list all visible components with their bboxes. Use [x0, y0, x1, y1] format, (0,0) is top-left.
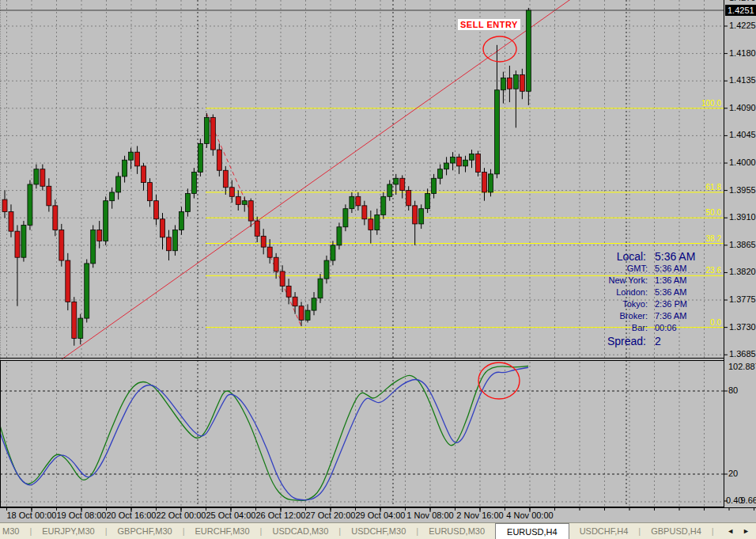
clock-value: 1:36 AM: [655, 275, 704, 285]
candle-body: [223, 170, 228, 188]
price-label: 1.3820: [729, 267, 756, 276]
fib-level-label: 100.0: [701, 99, 721, 108]
bid-price-tag: 1.4251: [725, 5, 756, 16]
tab-scrollers: ◄ ►: [724, 523, 756, 539]
date-label: 2 Nov 16:00: [456, 511, 503, 520]
date-label: 19 Oct 08:00: [57, 511, 107, 520]
candle-body: [513, 75, 518, 89]
candle-body: [123, 160, 127, 177]
candle-body: [280, 271, 285, 286]
candle-body: [166, 237, 171, 251]
market-clock-panel: Local:5:36 AMGMT:5:36 AMNew York:1:36 AM…: [554, 250, 704, 348]
candle-body: [142, 166, 146, 183]
tab-gbpchf-m30[interactable]: GBPCHF,M30: [108, 523, 183, 539]
clock-row: Tokyo:2:36 PM: [554, 299, 704, 311]
candle-body: [191, 173, 196, 194]
tab-gbpusd-h4[interactable]: GBPUSD,H4: [641, 523, 712, 539]
candle-body: [501, 78, 505, 89]
candle-body: [520, 75, 524, 92]
oscillator-min-part2: 9.665: [740, 495, 756, 505]
candles: [2, 8, 531, 346]
price-label: 1.3865: [729, 240, 756, 249]
candle-body: [331, 245, 335, 260]
clock-value: 2:36 PM: [655, 299, 704, 309]
candle-body: [343, 209, 348, 227]
oscillator-level-20-label: 20: [728, 469, 738, 478]
fib-level-label: 38.2: [706, 234, 721, 243]
clock-label: London:: [616, 287, 648, 297]
tab-usdchf-m30[interactable]: USDCHF,M30: [341, 523, 416, 539]
candle-body: [406, 191, 411, 206]
candle-body: [47, 186, 51, 206]
candle-body: [217, 150, 221, 170]
clock-row: GMT:5:36 AM: [554, 264, 704, 275]
candle-body: [34, 169, 39, 184]
date-label: 29 Oct 04:00: [356, 511, 406, 520]
candle-body: [293, 297, 297, 306]
clock-label: Tokyo:: [622, 299, 648, 309]
clock-label: Broker:: [620, 311, 648, 321]
clock-row: Local:5:36 AM: [554, 250, 704, 264]
tab-usdchf-h4[interactable]: USDCHF,H4: [569, 523, 639, 539]
candle-body: [97, 230, 102, 241]
tab-eurchf-m30[interactable]: EURCHF,M30: [185, 523, 260, 539]
candle-body: [229, 188, 234, 197]
candle-body: [104, 201, 108, 241]
price-axis[interactable]: 1.4251 1.42701.42251.41801.41351.40901.4…: [724, 0, 756, 507]
date-label: 22 Oct 00:00: [157, 511, 206, 520]
candle-body: [148, 183, 153, 201]
candle-body: [444, 163, 449, 169]
candle-body: [375, 214, 380, 230]
price-label: 1.3955: [729, 185, 756, 195]
price-label: 1.4045: [729, 130, 756, 139]
candle-body: [470, 154, 474, 160]
price-label: 1.4180: [729, 48, 756, 58]
candle-body: [2, 199, 7, 211]
candle-body: [129, 152, 134, 160]
candle-body: [15, 231, 20, 257]
fib-level-label: 61.8: [706, 183, 721, 192]
candle-body: [66, 260, 70, 302]
candle-body: [350, 196, 354, 208]
candle-body: [400, 178, 405, 190]
date-label: 18 Oct 00:00: [7, 511, 57, 520]
candle-body: [286, 286, 291, 297]
scroll-right-icon[interactable]: ►: [743, 527, 750, 535]
candle-body: [59, 230, 64, 260]
candle-body: [85, 264, 89, 318]
candle-body: [381, 196, 386, 214]
price-label: 1.3730: [729, 322, 756, 332]
candle-body: [204, 117, 209, 143]
price-label: 1.4000: [729, 158, 756, 167]
candle-body: [172, 230, 177, 251]
tab-eurusd-h4[interactable]: EURUSD,H4: [495, 523, 569, 539]
candle-body: [305, 310, 310, 320]
price-label: 1.4270: [729, 0, 756, 2]
candle-body: [324, 260, 329, 279]
candle-body: [419, 209, 424, 224]
stochastic-signal-line: [0, 367, 528, 499]
candle-body: [261, 236, 266, 247]
date-label: 1 Nov 08:00: [406, 511, 453, 520]
candle-body: [53, 206, 58, 230]
candle-body: [40, 169, 45, 187]
candle-body: [255, 221, 259, 236]
tab-usdcad-m30[interactable]: USDCAD,M30: [262, 523, 338, 539]
scroll-left-icon[interactable]: ◄: [727, 527, 734, 535]
candle-body: [457, 157, 462, 166]
price-label: 1.3910: [729, 212, 756, 222]
candle-body: [394, 178, 399, 184]
candle-body: [116, 177, 121, 192]
candle-body: [413, 206, 418, 224]
date-label: 27 Oct 20:00: [306, 511, 356, 520]
candle-body: [482, 173, 486, 192]
clock-row: Spread:2: [554, 335, 704, 348]
clock-value: 5:36 AM: [655, 250, 704, 263]
tab-m30[interactable]: M30: [0, 523, 29, 539]
candle-body: [318, 279, 323, 298]
tab-eurusd-m30[interactable]: EURUSD,M30: [418, 523, 495, 539]
tab-eurjpy-m30[interactable]: EURJPY,M30: [32, 523, 104, 539]
clock-row: Bar:00:06: [554, 323, 704, 335]
candle-body: [198, 143, 202, 172]
candle-body: [507, 78, 512, 89]
